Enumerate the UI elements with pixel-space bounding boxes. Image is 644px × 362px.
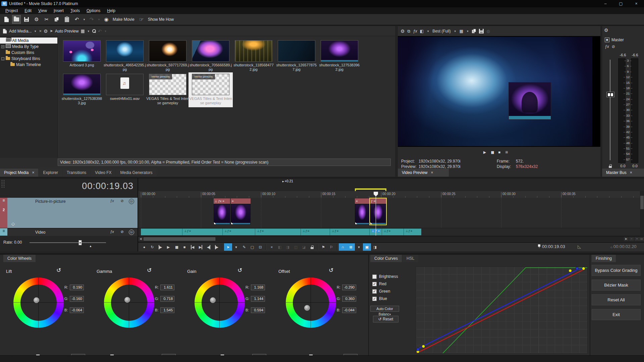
redo-dropdown[interactable]: ▾ (97, 18, 101, 21)
views-grid-icon[interactable]: ▦ (80, 28, 85, 34)
zoom-out-button[interactable]: − (629, 237, 634, 241)
undo-button[interactable]: ↶ (72, 15, 81, 24)
go-to-start-button[interactable]: ◀ (189, 243, 197, 251)
tab-explorer[interactable]: Explorer (39, 169, 62, 177)
time-display-dropdown[interactable]: ◺ (578, 244, 581, 249)
video-preview-tab-close-icon[interactable]: × (431, 170, 433, 175)
menu-edit[interactable]: Edit (21, 7, 35, 14)
bin-all-media[interactable]: All Media (0, 38, 57, 44)
auto-color-balance-button[interactable]: Auto Color Balanc▾ (370, 306, 399, 312)
event-mini-icon[interactable]: ƒ (227, 229, 229, 233)
make-movie-label[interactable]: Make Movie (113, 17, 135, 22)
color-wheel-ring[interactable] (13, 278, 64, 328)
track-2-solo-icon[interactable]: S! (127, 230, 136, 235)
event-mini-icon[interactable]: ≡ (308, 229, 309, 233)
green-curve[interactable] (443, 268, 587, 353)
video-event[interactable]: ≡ (355, 198, 369, 225)
video-event[interactable]: ≡ (231, 198, 251, 225)
bypass-color-grading-button[interactable]: Bypass Color Grading (592, 265, 641, 276)
event-mini-icon[interactable]: ⊥ (406, 229, 408, 233)
save-project-button[interactable] (22, 15, 31, 24)
wheel-reset-icon[interactable]: ↺ (56, 267, 61, 274)
cut-button[interactable]: ✂ (42, 15, 51, 24)
wheel-reset-icon[interactable]: ↺ (237, 267, 242, 274)
show-me-how-button[interactable]: ☞ (137, 15, 146, 24)
horizontal-scroll-thumb[interactable] (144, 237, 215, 241)
event-mini-icon[interactable]: ⊥ (184, 229, 187, 233)
checkbox-checked-icon[interactable]: ✓ (372, 297, 377, 301)
wheel-reset-icon[interactable]: ↺ (147, 267, 152, 274)
add-media-button[interactable]: Add Media... (9, 29, 32, 34)
event-icons[interactable]: ⊥ƒ≡ (406, 229, 412, 233)
preview-quality-select[interactable]: Best (Full) (432, 29, 451, 34)
event-menu-icon[interactable]: ≡ (356, 199, 358, 203)
collapse-icon[interactable]: - (1, 57, 4, 60)
event-mini-icon[interactable]: ≡ (189, 229, 191, 233)
auto-ripple-dropdown-button[interactable]: ▾ (355, 243, 363, 251)
video-event[interactable]: ⊥ƒx≡ (214, 198, 230, 225)
event-menu-icon[interactable]: ≡ (232, 199, 233, 203)
wheel-puck[interactable] (210, 297, 216, 303)
project-properties-button[interactable]: ⚙ (32, 15, 41, 24)
save-snapshot-icon[interactable] (479, 29, 484, 34)
g-value-field[interactable]: -0.160 (70, 296, 84, 302)
curve-control-point[interactable] (569, 269, 572, 272)
track-1-menu-icon[interactable]: ≡ (0, 198, 7, 203)
cursor-time-display[interactable]: 00:00:19.03 (538, 244, 565, 249)
edit-tool-dropdown-button[interactable]: ▾ (232, 243, 240, 251)
event-icons[interactable]: ⊥ƒ≡ (384, 229, 390, 233)
bin-main-timeline[interactable]: Main Timeline (0, 62, 57, 68)
make-movie-button[interactable]: ◉ (102, 15, 111, 24)
track-2-header[interactable]: Video ƒx ⊘ S! (7, 228, 138, 236)
event-fx-icon[interactable]: ⊥ (215, 199, 217, 203)
event-mini-icon[interactable]: ƒ (306, 229, 307, 233)
media-item[interactable]: shutterstock_1275383983.jpg (60, 74, 103, 107)
track-1-name[interactable]: Picture-in-picture (35, 199, 66, 204)
tab-finishing[interactable]: Finishing (592, 255, 616, 262)
event-mini-icon[interactable]: ≡ (411, 229, 412, 233)
wheel-puck[interactable] (304, 305, 310, 311)
event-mini-icon[interactable]: ƒ (375, 229, 377, 233)
show-me-how-label[interactable]: Show Me How (148, 17, 174, 22)
track-1-solo-icon[interactable]: S! (127, 199, 136, 204)
paste-button[interactable] (62, 15, 71, 24)
split-screen-dropdown[interactable]: ▾ (426, 29, 430, 33)
views-dropdown[interactable]: ▾ (87, 29, 90, 33)
event-mini-icon[interactable]: ≡ (229, 229, 231, 233)
master-mute-icon[interactable]: ⊘ (612, 44, 615, 49)
tab-video-fx[interactable]: Video FX (91, 169, 115, 177)
tab-hsl[interactable]: HSL (402, 255, 418, 262)
event-mini-icon[interactable]: ≡ (337, 229, 338, 233)
b-value-field[interactable]: 1.545 (160, 307, 174, 313)
color-curves-graph[interactable] (416, 266, 588, 354)
split-screen-icon[interactable]: ◧ (420, 29, 424, 34)
preview-quality-dropdown[interactable]: ▾ (453, 29, 457, 33)
track-2-color-strip[interactable]: ≡ (0, 228, 7, 236)
track-2-lane[interactable]: ⊥ƒ≡⊥ƒ≡⊥ƒ≡⊥ƒ≡⊥ƒ≡⊥ƒ≡⊥ƒ≡⊥ƒ≡ (138, 228, 644, 236)
bézier-mask-button[interactable]: Bézier Mask (592, 280, 641, 291)
redo-button[interactable]: ↷ (87, 15, 96, 24)
r-value-field[interactable]: 1.611 (160, 285, 174, 290)
b-value-field[interactable]: -0.064 (70, 307, 84, 313)
event-mini-icon[interactable]: ⊥ (384, 229, 386, 233)
overlays-grid-icon[interactable]: ▦ (460, 29, 463, 34)
selection-edit-tool-button[interactable]: ▢ (248, 243, 256, 251)
tab-media-generators[interactable]: Media Generators (116, 169, 156, 177)
wheel-reset-icon[interactable]: ↺ (329, 267, 333, 274)
split-event-button[interactable]: ◫ (292, 243, 300, 251)
video-track-events[interactable]: ⊥ƒ≡⊥ƒ≡⊥ƒ≡⊥ƒ≡⊥ƒ≡⊥ƒ≡⊥ƒ≡⊥ƒ≡ (141, 229, 421, 235)
media-item[interactable]: shutterstock_597717269.jpg (146, 40, 189, 74)
menu-options[interactable]: Options (83, 7, 104, 14)
copy-snapshot-icon[interactable] (472, 29, 476, 34)
event-fx-icon[interactable]: ƒ (371, 199, 373, 203)
normal-edit-tool-button[interactable]: ➤ (224, 243, 232, 251)
media-undo-icon[interactable]: ↶ (98, 28, 102, 34)
channel-brightness[interactable]: Brightness (372, 274, 398, 279)
reset-all-button[interactable]: Reset All (592, 294, 641, 305)
trim-event-end-button[interactable]: ◨ (284, 243, 292, 251)
track-1-color-strip[interactable]: ≡ 2 (0, 198, 7, 228)
event-icons[interactable]: ⊥ƒ≡ (303, 229, 309, 233)
maximize-button[interactable]: ▢ (613, 0, 629, 7)
tab-transitions[interactable]: Transitions (63, 169, 90, 177)
new-project-button[interactable] (2, 15, 11, 24)
